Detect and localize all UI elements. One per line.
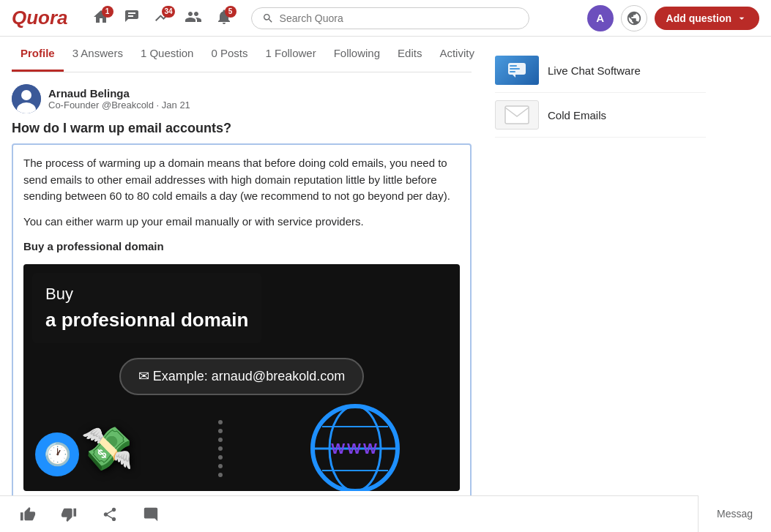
image-buy-small: Buy (45, 282, 248, 306)
money-wings-icon: 💸 (81, 416, 133, 480)
navbar: Quora 1 34 (0, 0, 771, 37)
chevron-down-icon (736, 12, 748, 24)
post-author: Arnaud Belinga Co-Founder @Breakcold · J… (12, 84, 472, 113)
search-input[interactable] (280, 12, 518, 24)
upvote-icon (20, 506, 36, 514)
page-layout: Profile 3 Answers 1 Question 0 Posts 1 F… (0, 37, 771, 514)
author-info: Arnaud Belinga Co-Founder @Breakcold · J… (48, 87, 190, 110)
home-badge: 1 (102, 6, 113, 18)
tab-activity[interactable]: Activity (431, 37, 483, 72)
quora-logo[interactable]: Quora (12, 7, 68, 29)
dot-5 (218, 455, 223, 460)
avatar-image (12, 84, 41, 113)
tab-posts[interactable]: 0 Posts (202, 37, 256, 72)
stats-nav-button[interactable]: 34 (149, 4, 176, 32)
message-label: Messag (717, 508, 753, 514)
dot-1 (218, 420, 223, 424)
image-bottom: 💸 (23, 401, 460, 491)
share-button[interactable] (97, 501, 123, 514)
email-pill: ✉ Example: arnaud@breakold.com (119, 358, 364, 395)
email-thumb-icon (504, 105, 530, 125)
home-nav-button[interactable]: 1 (87, 4, 115, 32)
dot-6 (218, 464, 223, 468)
answers-nav-button[interactable] (118, 4, 146, 32)
main-content: Profile 3 Answers 1 Question 0 Posts 1 F… (0, 37, 483, 514)
search-bar[interactable] (251, 7, 529, 29)
nav-right: A Add question (587, 5, 759, 31)
downvote-button[interactable] (56, 501, 82, 514)
image-top-box: Buy a profesionnal domain (32, 273, 261, 343)
author-name: Arnaud Belinga (48, 87, 190, 100)
post-bold-heading: Buy a professional domain (23, 239, 460, 255)
dot-2 (218, 429, 223, 433)
tab-edits[interactable]: Edits (389, 37, 431, 72)
clock-overlay: 🕐 (35, 432, 79, 476)
notifications-nav-button[interactable]: 5 (210, 4, 238, 32)
svg-rect-9 (510, 65, 517, 67)
sidebar-label-cold-emails: Cold Emails (548, 109, 606, 121)
image-buy-big: a profesionnal domain (45, 306, 248, 334)
tab-follower[interactable]: 1 Follower (256, 37, 324, 72)
svg-rect-10 (510, 68, 520, 70)
post-content-box: The process of warming up a domain means… (12, 143, 472, 503)
people-icon (185, 8, 202, 28)
dot-7 (218, 473, 223, 477)
user-avatar[interactable]: A (587, 5, 614, 31)
tab-profile[interactable]: Profile (12, 37, 64, 72)
divider-dots (218, 420, 223, 477)
downvote-icon (61, 506, 77, 514)
sidebar-thumb-cold-emails (495, 100, 539, 130)
www-text: WWW (331, 438, 379, 460)
language-button[interactable] (621, 5, 647, 31)
post-question: How do I warm up email accounts? (12, 121, 472, 136)
dot-3 (218, 438, 223, 442)
comment-button[interactable] (138, 501, 164, 514)
sidebar-label-live-chat: Live Chat Software (548, 64, 641, 77)
chat-thumb-icon (505, 59, 529, 82)
sidebar: Live Chat Software Cold Emails (483, 37, 718, 514)
comment-icon (143, 506, 159, 514)
svg-rect-11 (510, 71, 515, 72)
sidebar-thumb-live-chat (495, 56, 539, 85)
author-avatar (12, 84, 41, 113)
profile-tabs: Profile 3 Answers 1 Question 0 Posts 1 F… (12, 37, 472, 72)
stats-badge: 34 (162, 6, 174, 18)
svg-rect-13 (505, 106, 529, 124)
nav-icons: 1 34 5 (87, 4, 238, 32)
add-question-button[interactable]: Add question (655, 7, 759, 30)
search-icon (262, 12, 274, 24)
sidebar-item-live-chat[interactable]: Live Chat Software (495, 48, 706, 93)
post-image-area: Buy a profesionnal domain ✉ Example: arn… (23, 264, 460, 491)
answers-icon (123, 8, 141, 28)
people-nav-button[interactable] (179, 4, 207, 32)
sidebar-item-cold-emails[interactable]: Cold Emails (495, 93, 706, 138)
message-box-mini[interactable]: Messag (698, 495, 771, 514)
tab-question[interactable]: 1 Question (132, 37, 203, 72)
dot-4 (218, 446, 223, 451)
svg-marker-12 (513, 75, 515, 78)
bottom-bar: Messag (0, 495, 771, 514)
post-paragraph-2: You can either warm up your email manual… (23, 214, 460, 231)
clock-icon: 🕐 (44, 438, 71, 471)
upvote-button[interactable] (15, 501, 41, 514)
notifications-badge: 5 (225, 6, 236, 18)
email-label: ✉ Example: arnaud@breakold.com (138, 367, 345, 386)
globe-icon (626, 10, 642, 26)
tab-answers[interactable]: 3 Answers (64, 37, 132, 72)
share-icon (102, 506, 118, 514)
tab-following[interactable]: Following (325, 37, 389, 72)
svg-point-1 (21, 90, 31, 100)
post-paragraph-1: The process of warming up a domain means… (23, 155, 460, 205)
www-globe: WWW (308, 401, 403, 491)
author-meta: Co-Founder @Breakcold · Jan 21 (48, 100, 190, 110)
post-container: Arnaud Belinga Co-Founder @Breakcold · J… (12, 72, 472, 514)
